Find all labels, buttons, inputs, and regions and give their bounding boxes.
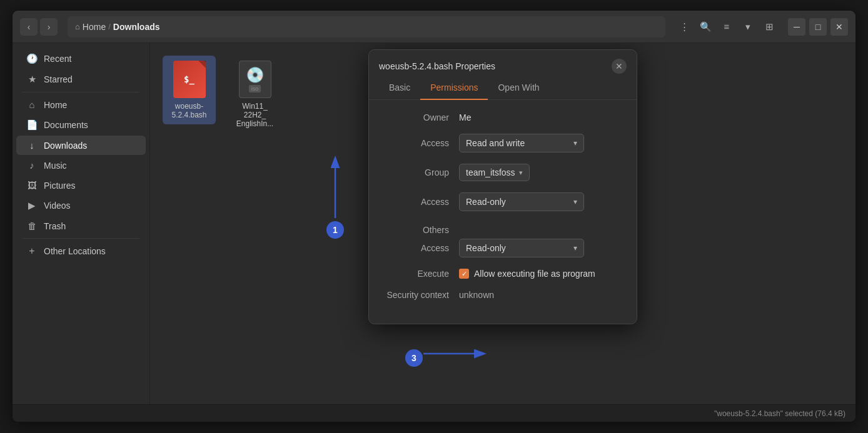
bash-file-name: woeusb-5.2.4.bash [171,102,206,119]
group-value: team_itsfoss [466,167,515,177]
owner-access-dropdown[interactable]: Read and write ▾ [459,134,584,152]
owner-access-row: Access Read and write ▾ [384,134,622,152]
others-label-row: Others [384,222,622,235]
owner-access-label: Access [384,138,459,148]
sidebar-label-other-locations: Other Locations [44,246,106,256]
others-access-chevron: ▾ [573,244,577,252]
sidebar-item-documents[interactable]: 📄 Documents [16,115,146,135]
sidebar-item-videos[interactable]: ▶ Videos [16,196,146,216]
videos-icon: ▶ [26,200,38,211]
security-context-row: Security context unknown [384,290,622,300]
bash-file-icon: $_ [173,61,206,98]
sidebar: 🕐 Recent ★ Starred ⌂ Home 📄 Documents ↓ … [13,43,150,404]
sidebar-label-home: Home [44,100,67,110]
breadcrumb-home[interactable]: Home [83,22,106,32]
annotation-1: 1 [326,221,344,239]
home-sidebar-icon: ⌂ [26,99,38,110]
maximize-button[interactable]: □ [809,18,827,36]
others-section-label: Others [384,222,459,235]
execute-checkbox-label: Allow executing file as program [474,269,595,279]
file-item-iso[interactable]: 💿 iso Win11_22H2_EnglishIn... [228,56,281,133]
dialog-header: woeusb-5.2.4.bash Properties ✕ [369,50,637,74]
group-access-dropdown[interactable]: Read-only ▾ [459,192,584,211]
iso-label: iso [249,85,261,92]
security-context-value: unknown [459,290,494,300]
back-button[interactable]: ‹ [20,18,38,36]
tab-open-with[interactable]: Open With [488,76,549,100]
iso-file-name: Win11_22H2_EnglishIn... [236,102,273,128]
group-access-chevron: ▾ [573,197,577,206]
execute-checkbox-row: ✓ Allow executing file as program [459,269,595,279]
group-dropdown[interactable]: team_itsfoss ▾ [459,164,530,181]
other-locations-icon: + [26,246,38,257]
breadcrumb: ⌂ Home / Downloads [68,16,665,37]
sidebar-label-pictures: Pictures [44,181,76,191]
breadcrumb-current: Downloads [113,22,160,32]
group-access-label: Access [384,197,459,207]
owner-access-chevron: ▾ [573,139,577,147]
sidebar-item-recent[interactable]: 🕐 Recent [16,49,146,69]
list-view-button[interactable]: ≡ [718,18,735,36]
sidebar-label-trash: Trash [44,221,66,231]
dialog-body: Owner Me Access Read and write ▾ [369,100,637,324]
icon-view-button[interactable]: ⊞ [760,18,778,36]
search-button[interactable]: 🔍 [697,18,714,36]
file-item-bash[interactable]: $_ woeusb-5.2.4.bash [163,56,216,124]
sidebar-label-documents: Documents [44,120,88,130]
group-chevron: ▾ [519,169,523,177]
window-controls: ─ □ ✕ [788,18,848,36]
others-access-value: Read-only [466,243,506,253]
security-context-label: Security context [384,290,459,300]
sidebar-divider-1 [23,92,139,92]
dialog-tabs: Basic Permissions Open With [369,76,637,100]
group-row: Group team_itsfoss ▾ [384,164,622,181]
annotation-3: 3 [405,349,423,367]
minimize-button[interactable]: ─ [788,18,805,36]
group-access-row: Access Read-only ▾ [384,192,622,211]
tab-basic[interactable]: Basic [379,76,420,100]
sidebar-item-downloads[interactable]: ↓ Downloads [16,136,146,155]
documents-icon: 📄 [26,119,38,131]
sidebar-label-starred: Starred [44,74,73,84]
owner-row: Owner Me [384,112,622,122]
statusbar-text: "woeusb-5.2.4.bash" selected (76.4 kB) [714,409,845,418]
sidebar-divider-2 [23,238,139,239]
sidebar-label-music: Music [44,161,67,171]
dialog-title: woeusb-5.2.4.bash Properties [379,61,495,71]
home-icon: ⌂ [75,22,80,31]
owner-value: Me [459,112,471,122]
close-window-button[interactable]: ✕ [830,18,848,36]
sidebar-item-other-locations[interactable]: + Other Locations [16,241,146,261]
execute-row: Execute ✓ Allow executing file as progra… [384,269,622,279]
group-access-value: Read-only [466,197,506,207]
main-window: ‹ › ⌂ Home / Downloads ⋮ 🔍 ≡ ▾ ⊞ ─ □ ✕ [12,10,856,422]
properties-dialog: woeusb-5.2.4.bash Properties ✕ Basic Per… [368,49,637,324]
execute-checkbox[interactable]: ✓ [459,269,469,279]
grid-view-toggle-button[interactable]: ▾ [739,18,757,36]
content-area: 🕐 Recent ★ Starred ⌂ Home 📄 Documents ↓ … [13,43,855,404]
file-browser: $_ woeusb-5.2.4.bash 💿 iso Win11_22H2_En… [150,43,855,404]
list-view-icon: ≡ [724,21,730,32]
sidebar-item-starred[interactable]: ★ Starred [16,69,146,89]
forward-button[interactable]: › [40,18,58,36]
trash-icon: 🗑 [26,221,38,231]
sidebar-item-pictures[interactable]: 🖼 Pictures [16,176,146,195]
group-label: Group [384,167,459,177]
pictures-icon: 🖼 [26,180,38,191]
more-options-button[interactable]: ⋮ [675,18,693,36]
breadcrumb-separator: / [108,22,111,31]
starred-icon: ★ [26,74,38,85]
execute-label: Execute [384,269,459,279]
titlebar-actions: ⋮ 🔍 ≡ ▾ ⊞ [675,18,778,36]
others-access-dropdown[interactable]: Read-only ▾ [459,239,584,257]
dialog-close-button[interactable]: ✕ [612,59,627,74]
tab-permissions[interactable]: Permissions [420,76,488,100]
sidebar-item-music[interactable]: ♪ Music [16,156,146,175]
sidebar-item-home[interactable]: ⌂ Home [16,95,146,114]
disc-icon: 💿 [246,66,265,84]
owner-label: Owner [384,112,459,122]
others-access-label: Access [384,243,459,253]
sidebar-item-trash[interactable]: 🗑 Trash [16,216,146,236]
sidebar-label-videos: Videos [44,201,71,211]
sidebar-label-recent: Recent [44,54,71,64]
